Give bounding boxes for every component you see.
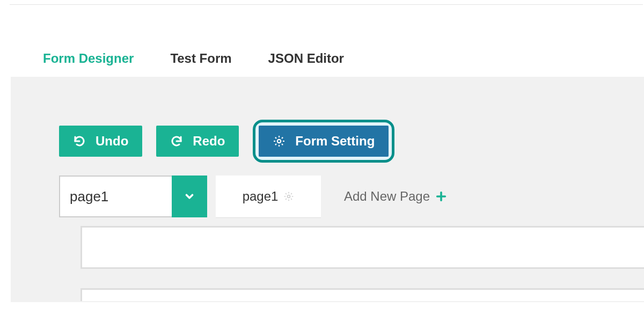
add-new-page-button[interactable]: Add New Page xyxy=(330,176,462,217)
redo-label: Redo xyxy=(193,134,225,149)
page-select[interactable]: page1 xyxy=(59,176,207,217)
add-page-label: Add New Page xyxy=(344,189,430,204)
gear-icon xyxy=(273,135,286,148)
toolbar: Undo Redo Form Setting xyxy=(59,120,394,163)
plus-icon xyxy=(435,191,447,202)
form-setting-button[interactable]: Form Setting xyxy=(259,126,389,157)
undo-button[interactable]: Undo xyxy=(59,126,142,157)
title-divider xyxy=(10,4,643,5)
svg-point-1 xyxy=(288,195,290,198)
svg-point-0 xyxy=(277,140,281,143)
designer-area: Undo Redo Form Setting xyxy=(11,77,644,302)
tab-form-designer[interactable]: Form Designer xyxy=(25,43,152,77)
page-tab-current[interactable]: page1 xyxy=(216,176,321,217)
form-setting-label: Form Setting xyxy=(295,134,375,149)
tab-test-form[interactable]: Test Form xyxy=(152,43,250,77)
highlight-ring: Form Setting xyxy=(253,120,394,163)
redo-icon xyxy=(170,135,183,148)
chevron-down-icon[interactable] xyxy=(172,176,207,217)
redo-button[interactable]: Redo xyxy=(156,126,239,157)
canvas-row[interactable] xyxy=(80,226,644,269)
tab-json-editor[interactable]: JSON Editor xyxy=(250,43,362,77)
gear-icon[interactable] xyxy=(283,191,294,202)
undo-label: Undo xyxy=(96,134,128,149)
page-select-value: page1 xyxy=(59,176,172,217)
undo-icon xyxy=(73,135,86,148)
canvas-row[interactable] xyxy=(80,288,644,301)
page-tab-label: page1 xyxy=(243,189,279,204)
page-row: page1 page1 Add New Page xyxy=(59,176,462,217)
tab-bar: Form Designer Test Form JSON Editor xyxy=(25,43,644,77)
